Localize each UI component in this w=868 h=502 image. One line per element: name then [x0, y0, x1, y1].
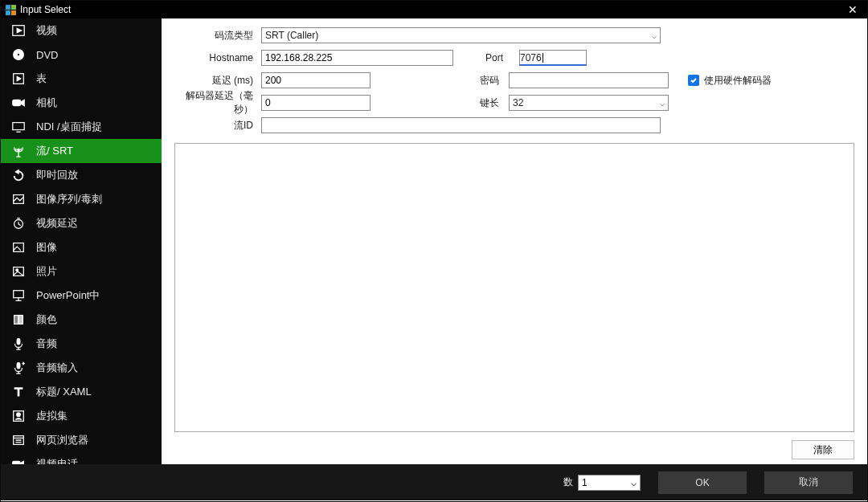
latency-label: 延迟 (ms) [174, 74, 256, 88]
stream-type-value: SRT (Caller) [265, 30, 318, 41]
clear-button[interactable]: 清除 [792, 440, 854, 459]
svg-rect-15 [17, 339, 20, 345]
count-value: 1 [582, 477, 588, 488]
window-title: Input Select [20, 4, 71, 15]
sidebar-item-image[interactable]: 图像 [1, 235, 162, 259]
replay-icon [10, 167, 27, 183]
sidebar-item-label: 视频延迟 [36, 216, 78, 231]
dvd-icon [10, 47, 27, 63]
video-icon [10, 22, 27, 39]
svg-rect-4 [13, 100, 21, 105]
sidebar-item-dvd[interactable]: DVD [1, 43, 162, 67]
sidebar-item-label: NDI /桌面捕捉 [36, 120, 102, 134]
streamid-label: 流ID [174, 119, 256, 133]
sidebar-item-label: 颜色 [36, 312, 57, 327]
sidebar-item-list[interactable]: 表 [1, 67, 162, 91]
delay-icon [10, 215, 27, 231]
chevron-down-icon: ⌵ [660, 99, 665, 108]
sidebar-item-browser[interactable]: 网页浏览器 [1, 428, 162, 452]
sidebar-item-delay[interactable]: 视频延迟 [1, 211, 162, 235]
cancel-button[interactable]: 取消 [764, 471, 853, 494]
chevron-down-icon: ⌵ [631, 477, 637, 488]
bottom-bar: 数 1 ⌵ OK 取消 [1, 464, 867, 500]
sidebar-item-video[interactable]: 视频 [1, 18, 162, 43]
monitor-icon [10, 119, 27, 135]
image-icon [10, 239, 27, 255]
hostname-input[interactable] [261, 50, 453, 66]
sidebar-item-label: 即时回放 [36, 168, 78, 182]
app-icon [6, 5, 16, 15]
list-icon [10, 71, 27, 87]
decoder-latency-label: 解码器延迟（毫秒） [174, 89, 256, 116]
password-label: 密码 [472, 74, 504, 88]
sidebar-item-label: 标题/ XAML [36, 385, 92, 399]
sidebar-item-videocall[interactable]: 视频电话 [1, 452, 162, 464]
sidebar-item-label: 网页浏览器 [36, 433, 88, 447]
chevron-down-icon: ⌵ [652, 31, 657, 40]
keylen-select[interactable]: 32 ⌵ [509, 95, 669, 111]
sidebar-item-label: 表 [36, 71, 47, 86]
virtual-icon [10, 408, 27, 424]
count-label: 数 [563, 475, 573, 489]
sidebar-item-label: 视频电话 [36, 457, 78, 464]
sidebar-item-micin[interactable]: 音频输入 [1, 356, 162, 380]
sidebar-item-label: 音频 [36, 337, 57, 351]
antenna-icon [10, 143, 27, 159]
sidebar-item-monitor[interactable]: NDI /桌面捕捉 [1, 115, 162, 139]
sidebar-item-label: 图像序列/毒刺 [36, 192, 102, 206]
sidebar-item-camera[interactable]: 相机 [1, 91, 162, 115]
sidebar-item-label: DVD [36, 49, 58, 61]
svg-rect-14 [18, 316, 23, 324]
sidebar-item-color[interactable]: 颜色 [1, 308, 162, 332]
sidebar-item-label: 照片 [36, 264, 57, 279]
svg-rect-5 [13, 123, 24, 130]
keylen-value: 32 [513, 97, 523, 108]
sidebar-item-imageseq[interactable]: 图像序列/毒刺 [1, 187, 162, 211]
sidebar-item-mic[interactable]: 音频 [1, 332, 162, 356]
sidebar-item-title[interactable]: 标题/ XAML [1, 380, 162, 404]
sidebar: 视频DVD表相机NDI /桌面捕捉流/ SRT即时回放图像序列/毒刺视频延迟图像… [1, 18, 162, 464]
svg-point-18 [17, 413, 21, 417]
svg-rect-16 [17, 363, 20, 369]
password-input[interactable] [509, 72, 669, 88]
sidebar-item-label: 虚拟集 [36, 409, 68, 423]
latency-input[interactable] [261, 72, 371, 88]
svg-point-2 [17, 53, 20, 56]
hostname-label: Hostname [174, 52, 256, 63]
sidebar-item-label: 相机 [36, 96, 57, 110]
sidebar-item-label: 视频 [36, 23, 57, 38]
form-area: 码流类型 SRT (Caller) ⌵ Hostname Port 7076 延… [162, 18, 867, 142]
sidebar-item-label: 音频输入 [36, 361, 78, 375]
hw-decoder-checkbox[interactable]: 使用硬件解码器 [688, 74, 772, 88]
hw-decoder-label: 使用硬件解码器 [704, 74, 772, 88]
stream-type-label: 码流类型 [174, 29, 256, 43]
stream-type-select[interactable]: SRT (Caller) ⌵ [261, 27, 661, 43]
sidebar-item-label: 图像 [36, 240, 57, 255]
sidebar-item-ppt[interactable]: PowerPoint中 [1, 284, 162, 308]
sidebar-item-label: 流/ SRT [36, 144, 73, 158]
title-icon [10, 384, 27, 400]
checkmark-icon [688, 75, 699, 86]
sidebar-item-photo[interactable]: 照片 [1, 259, 162, 284]
svg-rect-20 [13, 461, 20, 464]
browser-icon [10, 432, 27, 448]
close-button[interactable]: ✕ [843, 3, 862, 16]
imageseq-icon [10, 191, 27, 207]
sidebar-item-antenna[interactable]: 流/ SRT [1, 139, 162, 163]
svg-rect-12 [14, 291, 24, 298]
sidebar-item-replay[interactable]: 即时回放 [1, 163, 162, 187]
port-input[interactable]: 7076 [519, 50, 587, 66]
count-select[interactable]: 1 ⌵ [578, 475, 641, 491]
camera-icon [10, 95, 27, 111]
ppt-icon [10, 288, 27, 304]
photo-icon [10, 263, 27, 280]
svg-point-6 [18, 149, 19, 150]
log-area [174, 143, 854, 432]
streamid-input[interactable] [261, 117, 661, 133]
micin-icon [10, 360, 27, 376]
ok-button[interactable]: OK [658, 471, 747, 494]
mic-icon [10, 336, 27, 352]
decoder-latency-input[interactable] [261, 95, 371, 111]
port-label: Port [485, 52, 514, 63]
sidebar-item-virtual[interactable]: 虚拟集 [1, 404, 162, 428]
